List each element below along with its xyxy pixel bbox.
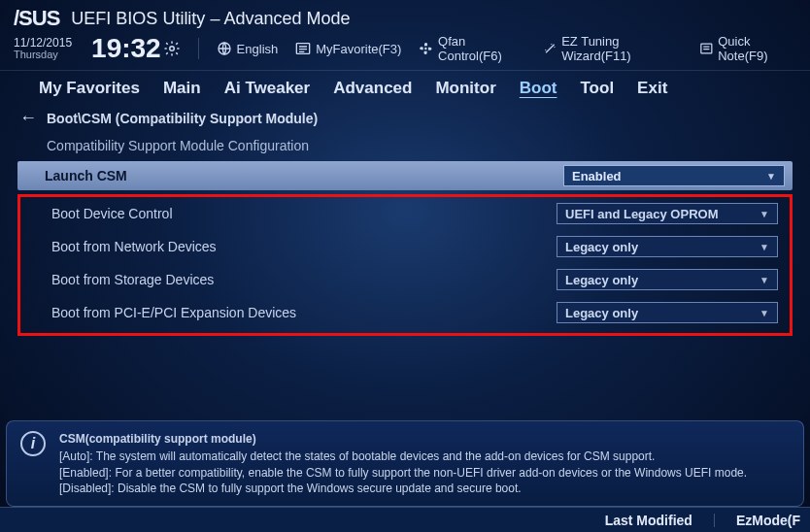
svg-point-0 bbox=[169, 47, 174, 51]
chevron-down-icon: ▼ bbox=[766, 171, 776, 182]
chevron-down-icon: ▼ bbox=[759, 308, 769, 318]
gear-icon[interactable] bbox=[163, 40, 181, 57]
highlight-box: Boot Device Control UEFI and Legacy OPRO… bbox=[17, 194, 793, 336]
select-boot-device-control[interactable]: UEFI and Legacy OPROM▼ bbox=[557, 203, 778, 224]
label-boot-network: Boot from Network Devices bbox=[51, 239, 217, 254]
language-button[interactable]: English bbox=[217, 41, 279, 56]
chevron-down-icon: ▼ bbox=[759, 275, 769, 285]
clock: 19:32 bbox=[91, 33, 181, 64]
help-panel: i CSM(compatibility support module) [Aut… bbox=[6, 420, 804, 507]
tab-myfavorites[interactable]: My Favorites bbox=[39, 79, 140, 98]
date-block: 11/12/2015 Thursday bbox=[14, 37, 72, 60]
select-boot-pcie[interactable]: Legacy only▼ bbox=[557, 302, 778, 323]
breadcrumb: Boot\CSM (Compatibility Support Module) bbox=[47, 111, 318, 126]
eztuning-button[interactable]: EZ Tuning Wizard(F11) bbox=[543, 34, 682, 63]
row-launch-csm[interactable]: Launch CSM Enabled▼ bbox=[17, 161, 793, 190]
tab-monitor[interactable]: Monitor bbox=[435, 79, 495, 98]
help-line-auto: [Auto]: The system will automatically de… bbox=[59, 449, 747, 464]
app-title: UEFI BIOS Utility – Advanced Mode bbox=[71, 9, 350, 29]
brand-logo: /SUS bbox=[14, 6, 59, 31]
tab-tool[interactable]: Tool bbox=[580, 79, 614, 98]
label-boot-storage: Boot from Storage Devices bbox=[51, 272, 214, 287]
select-boot-network[interactable]: Legacy only▼ bbox=[557, 236, 778, 257]
label-boot-device-control: Boot Device Control bbox=[51, 206, 173, 221]
label-launch-csm: Launch CSM bbox=[45, 168, 127, 183]
footer-bar: Last Modified EzMode(F bbox=[0, 507, 810, 532]
last-modified-button[interactable]: Last Modified bbox=[605, 513, 692, 528]
note-icon bbox=[699, 42, 714, 55]
select-launch-csm[interactable]: Enabled▼ bbox=[563, 165, 785, 186]
tab-advanced[interactable]: Advanced bbox=[333, 79, 412, 98]
myfavorite-button[interactable]: MyFavorite(F3) bbox=[295, 42, 401, 56]
quicknote-button[interactable]: Quick Note(F9) bbox=[699, 34, 796, 63]
help-line-enabled: [Enabled]: For a better compatibility, e… bbox=[59, 465, 747, 481]
tab-aitweaker[interactable]: Ai Tweaker bbox=[224, 79, 311, 98]
help-line-disabled: [Disabled]: Disable the CSM to fully sup… bbox=[59, 481, 747, 496]
help-title: CSM(compatibility support module) bbox=[59, 431, 747, 447]
chevron-down-icon: ▼ bbox=[759, 209, 769, 219]
chevron-down-icon: ▼ bbox=[759, 242, 769, 252]
ezmode-button[interactable]: EzMode(F bbox=[736, 513, 800, 528]
label-boot-pcie: Boot from PCI-E/PCI Expansion Devices bbox=[51, 305, 296, 320]
globe-icon bbox=[217, 41, 232, 56]
qfan-button[interactable]: Qfan Control(F6) bbox=[419, 34, 524, 63]
section-title: Compatibility Support Module Configurati… bbox=[0, 132, 810, 161]
row-boot-pcie[interactable]: Boot from PCI-E/PCI Expansion Devices Le… bbox=[24, 298, 786, 327]
row-boot-device-control[interactable]: Boot Device Control UEFI and Legacy OPRO… bbox=[24, 199, 786, 228]
svg-point-3 bbox=[424, 48, 426, 50]
select-boot-storage[interactable]: Legacy only▼ bbox=[557, 269, 778, 290]
row-boot-storage[interactable]: Boot from Storage Devices Legacy only▼ bbox=[24, 265, 786, 294]
info-icon: i bbox=[20, 431, 46, 456]
list-icon bbox=[295, 42, 311, 55]
back-button[interactable]: ← bbox=[19, 108, 37, 128]
fan-icon bbox=[419, 41, 433, 56]
tab-boot[interactable]: Boot bbox=[520, 79, 557, 98]
row-boot-network[interactable]: Boot from Network Devices Legacy only▼ bbox=[24, 232, 786, 261]
wand-icon bbox=[543, 41, 557, 56]
tab-exit[interactable]: Exit bbox=[637, 79, 667, 98]
tab-main[interactable]: Main bbox=[163, 79, 201, 98]
tab-bar: My Favorites Main Ai Tweaker Advanced Mo… bbox=[0, 71, 810, 106]
